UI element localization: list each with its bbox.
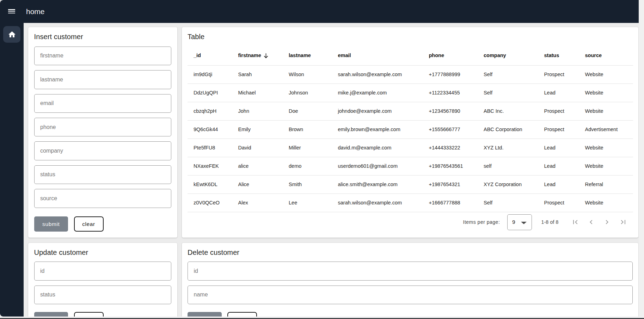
cell-email: sarah.wilson@example.com: [332, 65, 423, 84]
cell-firstname: David: [232, 139, 283, 157]
cell-company: XYZ Corporation: [478, 175, 538, 194]
app-toolbar: home: [0, 0, 639, 23]
cell-status: Prospect: [538, 102, 579, 120]
column-header-phone[interactable]: phone: [423, 45, 478, 65]
company-field[interactable]: [34, 141, 172, 160]
delete-id-field[interactable]: [188, 262, 633, 281]
cell-lastname: Wilson: [283, 65, 332, 84]
home-icon: [8, 30, 16, 39]
insert-clear-button[interactable]: clear: [74, 216, 104, 232]
page-size-value: 9: [512, 219, 515, 225]
table-row: NXaxeFEK alice demo userdemo601@gmail.co…: [188, 157, 633, 175]
last-page-icon: [619, 218, 627, 226]
column-header-email[interactable]: email: [332, 45, 423, 65]
insert-submit-button[interactable]: submit: [34, 216, 68, 232]
column-header-status[interactable]: status: [538, 45, 579, 65]
delete-card-title: Delete customer: [188, 249, 239, 257]
email-field[interactable]: [34, 94, 172, 113]
customers-table: _id firstname lastname email phone compa…: [188, 45, 633, 212]
cell-phone: +1666777888: [423, 194, 478, 212]
update-card-title: Update customer: [34, 249, 88, 257]
update-id-field[interactable]: [34, 262, 172, 281]
phone-field[interactable]: [34, 118, 172, 137]
cell-firstname: John: [232, 102, 283, 120]
cell-id: 9Q6cGk44: [188, 120, 232, 139]
cell-source: Website: [579, 84, 633, 102]
last-page-button[interactable]: [615, 214, 631, 230]
table-row: kEwtK6DL Alice Smith alice.smith@example…: [188, 175, 633, 194]
cell-email: johndoe@example.com: [332, 102, 423, 120]
sort-desc-arrow-icon: [263, 53, 269, 59]
column-header-lastname[interactable]: lastname: [283, 45, 332, 65]
cell-firstname: Emily: [232, 120, 283, 139]
column-header-id[interactable]: _id: [188, 45, 232, 65]
cell-firstname: alice: [232, 157, 283, 175]
cell-email: emily.brown@example.com: [332, 120, 423, 139]
cell-source: Website: [579, 102, 633, 120]
items-per-page-label: Items per page:: [463, 212, 500, 232]
cell-status: Lead: [538, 139, 579, 157]
status-field[interactable]: [34, 165, 172, 184]
column-header-source[interactable]: source: [579, 45, 633, 65]
column-header-company[interactable]: company: [478, 45, 538, 65]
first-page-button[interactable]: [567, 214, 583, 230]
cell-source: Advertisement: [579, 120, 633, 139]
source-field[interactable]: [34, 189, 172, 208]
cell-email: mike.j@example.com: [332, 84, 423, 102]
delete-customer-card: Delete customer submit clear: [182, 243, 639, 319]
cell-lastname: Miller: [283, 139, 332, 157]
firstname-field[interactable]: [34, 47, 172, 66]
cell-id: kEwtK6DL: [188, 175, 232, 194]
cell-email: david.m@example.com: [332, 139, 423, 157]
cell-status: Prospect: [538, 65, 579, 84]
cell-phone: +1777888999: [423, 65, 478, 84]
cell-source: Website: [579, 139, 633, 157]
table-row: Pte5fFU8 David Miller david.m@example.co…: [188, 139, 633, 157]
menu-icon: [8, 9, 15, 14]
vertical-scrollbar[interactable]: [639, 0, 644, 319]
update-customer-card: Update customer submit clear: [28, 243, 177, 319]
column-header-firstname[interactable]: firstname: [232, 45, 283, 65]
table-row: 9Q6cGk44 Emily Brown emily.brown@example…: [188, 120, 633, 139]
toolbar-title: home: [26, 0, 45, 23]
table-header-row: _id firstname lastname email phone compa…: [188, 45, 633, 65]
cell-company: self: [478, 157, 538, 175]
cell-id: z0V0QCeO: [188, 194, 232, 212]
cell-lastname: Doe: [283, 102, 332, 120]
cell-status: Lead: [538, 157, 579, 175]
page-size-select[interactable]: 9: [507, 214, 532, 230]
table-row: z0V0QCeO Alex Lee sarah.wilson@example.c…: [188, 194, 633, 212]
select-dropdown-arrow-icon: [521, 222, 527, 224]
cell-lastname: Smith: [283, 175, 332, 194]
cell-phone: +1555666777: [423, 120, 478, 139]
cell-firstname: Alex: [232, 194, 283, 212]
next-page-button[interactable]: [599, 214, 615, 230]
previous-page-button[interactable]: [583, 214, 599, 230]
cell-lastname: Brown: [283, 120, 332, 139]
cell-phone: +1122334455: [423, 84, 478, 102]
cell-status: Lead: [538, 84, 579, 102]
cell-source: Website: [579, 194, 633, 212]
cell-lastname: Johnson: [283, 84, 332, 102]
cell-id: NXaxeFEK: [188, 157, 232, 175]
cell-id: Pte5fFU8: [188, 139, 232, 157]
cell-email: alice.smith@example.com: [332, 175, 423, 194]
delete-name-field[interactable]: [188, 286, 633, 305]
table-paginator: Items per page: 9 1-8 of 8: [182, 212, 639, 232]
table-row: im9dGtji Sarah Wilson sarah.wilson@examp…: [188, 65, 633, 84]
sidebar-home-button[interactable]: [3, 26, 20, 43]
lastname-field[interactable]: [34, 70, 172, 89]
cell-id: DdzUgQPI: [188, 84, 232, 102]
menu-button[interactable]: [5, 4, 19, 18]
cell-company: ABC Inc.: [478, 102, 538, 120]
cell-status: Prospect: [538, 120, 579, 139]
update-status-field[interactable]: [34, 286, 172, 305]
app-root: home Insert customer submit clear Table: [0, 0, 644, 319]
cell-phone: +19876543561: [423, 157, 478, 175]
cell-id: cbzqh2pH: [188, 102, 232, 120]
table-row: cbzqh2pH John Doe johndoe@example.com +1…: [188, 102, 633, 120]
cell-source: Referral: [579, 175, 633, 194]
cell-company: XYZ Ltd.: [478, 139, 538, 157]
first-page-icon: [571, 218, 579, 226]
cell-company: Self: [478, 65, 538, 84]
